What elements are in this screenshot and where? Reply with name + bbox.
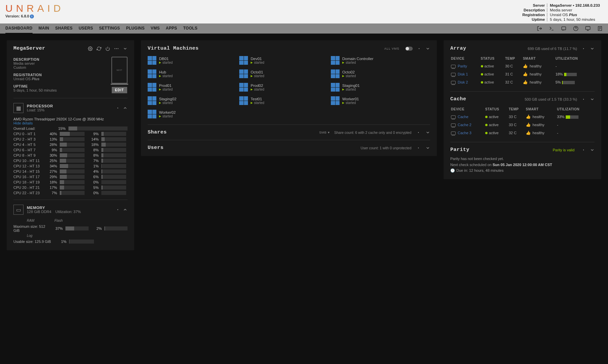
svg-point-17 — [419, 48, 419, 49]
vm-item[interactable]: Worker01▶ started — [331, 95, 418, 106]
chevron-down-icon[interactable] — [590, 97, 595, 102]
gear-icon[interactable] — [115, 106, 120, 110]
chevron-down-icon[interactable] — [425, 130, 430, 135]
chevron-down-icon[interactable] — [425, 46, 430, 51]
chevron-down-icon[interactable] — [590, 148, 595, 152]
nav-tab-tools[interactable]: TOOLS — [183, 23, 198, 34]
cpu-row: CPU 0 - HT 1 40% 9% — [13, 132, 128, 136]
windows-icon — [148, 96, 156, 105]
windows-icon — [239, 83, 248, 92]
gear-icon[interactable] — [417, 46, 421, 51]
chevron-up-icon[interactable] — [123, 207, 128, 212]
desc-label: DESCRIPTION — [13, 57, 57, 61]
nav-tab-dashboard[interactable]: DASHBOARD — [5, 23, 33, 34]
svg-point-14 — [118, 48, 118, 49]
feedback-icon[interactable] — [561, 26, 566, 31]
disk-icon — [451, 132, 456, 135]
reg-label: REGISTRATION — [13, 73, 57, 77]
cpu-row: CPU 2 - HT 3 13% 14% — [13, 137, 128, 141]
shares-title: Shares — [148, 129, 167, 135]
cpu-row: CPU 12 - HT 13 34% 1% — [13, 164, 128, 168]
disk-icon — [451, 81, 456, 84]
parity-valid-badge: Parity is valid — [553, 148, 574, 152]
thumb-up-icon: 👍 — [526, 131, 531, 135]
nav-tab-settings[interactable]: SETTINGS — [99, 23, 120, 34]
chevron-down-icon[interactable] — [425, 146, 430, 150]
vm-item[interactable]: Octo01▶ started — [239, 68, 327, 80]
array-title: Array — [450, 46, 466, 51]
vm-item[interactable]: Staging02▶ started — [148, 95, 235, 106]
vm-item[interactable]: Octo02▶ started — [331, 68, 418, 80]
svg-point-15 — [117, 108, 118, 108]
svg-point-19 — [418, 147, 419, 148]
server-title: MegaServer — [13, 46, 45, 51]
disk-link[interactable]: Cache 3 — [458, 131, 471, 135]
thumb-up-icon: 👍 — [526, 114, 531, 119]
gear-icon[interactable] — [115, 207, 120, 212]
monitor-icon[interactable] — [585, 26, 591, 31]
vm-item[interactable]: Test01▶ started — [239, 95, 327, 106]
gear-icon[interactable] — [581, 46, 586, 51]
chevron-up-icon[interactable] — [123, 106, 128, 110]
nav-tab-apps[interactable]: APPS — [166, 23, 177, 34]
vm-item[interactable]: Hub▶ started — [148, 68, 235, 80]
gear-icon[interactable] — [581, 97, 586, 102]
chevron-down-icon[interactable] — [123, 46, 128, 51]
vm-item[interactable]: Domain Controller▶ started — [331, 55, 418, 66]
info-icon[interactable]: i — [30, 14, 34, 18]
nav-tab-users[interactable]: USERS — [79, 23, 93, 34]
vm-item[interactable]: Staging01▶ started — [331, 82, 418, 93]
gear-icon[interactable] — [581, 148, 586, 152]
nav-tab-main[interactable]: MAIN — [39, 23, 49, 34]
disk-link[interactable]: Disk 1 — [458, 72, 468, 76]
disk-link[interactable]: Cache 2 — [458, 123, 471, 127]
windows-icon — [331, 69, 340, 78]
cpu-model: AMD Ryzen Threadripper 2920X 12-Core @ 3… — [13, 117, 128, 121]
windows-icon — [331, 56, 340, 65]
proto-dropdown[interactable]: SMB ▾ — [319, 131, 330, 134]
log-icon[interactable] — [597, 26, 603, 31]
all-vms-toggle[interactable] — [405, 47, 413, 51]
nav-tab-plugins[interactable]: PLUGINS — [126, 23, 145, 34]
vms-panel: Virtual Machines ALL VMS DB01▶ started D… — [141, 40, 437, 156]
power-icon[interactable] — [105, 46, 110, 51]
disk-link[interactable]: Disk 2 — [458, 80, 468, 84]
cpu-row: CPU 20 - HT 21 17% 5% — [13, 186, 128, 190]
disk-row: Cache 3 active 32 C 👍healthy - — [451, 129, 594, 137]
cpu-row: CPU 14 - HT 15 27% 4% — [13, 169, 128, 173]
refresh-icon[interactable] — [97, 46, 101, 51]
vm-item[interactable]: Dev01▶ started — [239, 55, 327, 66]
gear-icon[interactable] — [416, 146, 421, 150]
vm-item[interactable]: Prod02▶ started — [239, 82, 327, 93]
vm-item[interactable]: Worker02▶ started — [148, 108, 235, 120]
edit-button[interactable]: EDIT — [112, 87, 128, 93]
cpu-row: CPU 22 - HT 23 7% 0% — [13, 191, 128, 195]
cpu-row: CPU 4 - HT 5 28% 18% — [13, 143, 128, 147]
cpu-row: CPU 18 - HT 19 18% 0% — [13, 180, 128, 184]
windows-icon — [239, 96, 248, 105]
version-line: Version: 6.8.0i — [5, 14, 64, 18]
disk-link[interactable]: Cache — [458, 115, 468, 119]
help-icon[interactable] — [573, 26, 578, 31]
hide-details-link[interactable]: Hide details — [13, 121, 128, 125]
nav-tab-vms[interactable]: VMS — [151, 23, 160, 34]
terminal-icon[interactable] — [549, 26, 554, 31]
disk-row: Parity active 30 C 👍healthy - — [451, 62, 594, 70]
logout-icon[interactable] — [537, 26, 542, 31]
case-icon: NZXT — [111, 57, 128, 84]
disk-link[interactable]: Parity — [458, 64, 467, 68]
disk-icon — [451, 115, 456, 119]
windows-icon — [331, 83, 340, 92]
cpu-row: CPU 8 - HT 9 30% 8% — [13, 153, 128, 157]
gear-icon[interactable] — [88, 46, 93, 51]
settings-icon[interactable] — [114, 46, 119, 51]
vm-item[interactable]: Prod01▶ started — [148, 82, 235, 93]
svg-point-20 — [583, 48, 584, 49]
vm-item[interactable]: DB01▶ started — [148, 55, 235, 66]
svg-point-12 — [116, 48, 117, 49]
cpu-icon: ▦ — [13, 103, 23, 113]
nav-tab-shares[interactable]: SHARES — [55, 23, 73, 34]
chevron-down-icon[interactable] — [590, 46, 595, 51]
gear-icon[interactable] — [416, 130, 421, 135]
memory-title: MEMORY — [27, 206, 81, 210]
